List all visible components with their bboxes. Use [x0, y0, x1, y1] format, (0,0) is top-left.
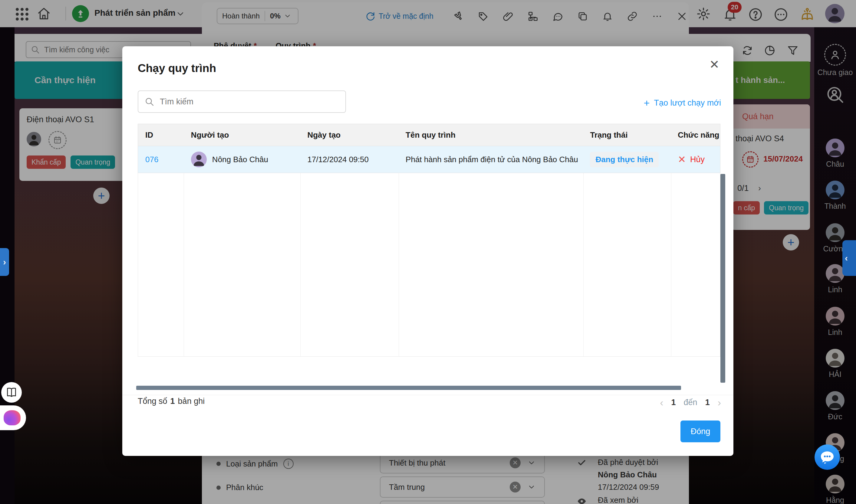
creator-avatar — [191, 151, 207, 167]
run-workflow-modal: ✕ Chạy quy trình +Tạo lượt chạy mới ID N… — [122, 46, 733, 456]
col-creator[interactable]: Người tạo — [184, 130, 300, 140]
expand-left-panel-tab[interactable]: › — [0, 248, 9, 276]
page-separator: đến — [684, 398, 697, 407]
modal-close-icon[interactable]: ✕ — [708, 58, 721, 71]
col-status[interactable]: Trạng thái — [583, 130, 670, 140]
ai-assistant-button[interactable] — [0, 406, 26, 430]
chat-widget-button[interactable] — [815, 445, 840, 470]
status-badge: Đang thực hiện — [590, 152, 659, 167]
table-vertical-scrollbar[interactable] — [720, 174, 725, 383]
created-at: 17/12/2024 09:50 — [300, 155, 398, 164]
next-page-icon[interactable]: › — [718, 397, 721, 409]
footer-divider — [122, 395, 733, 395]
cancel-x-icon: ✕ — [678, 154, 686, 165]
brain-icon — [4, 410, 21, 425]
col-id[interactable]: ID — [138, 130, 184, 140]
cancel-run-button[interactable]: ✕Hủy — [678, 154, 705, 165]
workflow-name: Phát hành sản phẩm điện tử của Nông Bảo … — [398, 155, 583, 164]
page-start: 1 — [671, 398, 676, 407]
guide-book-button[interactable] — [1, 382, 22, 403]
run-id-link[interactable]: 076 — [145, 155, 158, 164]
table-horizontal-scrollbar[interactable] — [136, 386, 681, 390]
page-end: 1 — [705, 398, 710, 407]
prev-page-icon[interactable]: ‹ — [660, 397, 663, 409]
table-header-row: ID Người tạo Ngày tạo Tên quy trình Trạn… — [138, 124, 720, 146]
workflow-search-input[interactable] — [159, 97, 339, 107]
total-records: Tổng số1bản ghi — [138, 397, 205, 406]
collapse-right-panel-tab[interactable]: ‹ — [842, 240, 856, 276]
col-actions[interactable]: Chức năng — [670, 130, 720, 140]
table-empty-area — [138, 173, 720, 357]
workflow-table: ID Người tạo Ngày tạo Tên quy trình Trạn… — [138, 124, 720, 357]
col-created-date[interactable]: Ngày tạo — [300, 130, 398, 140]
close-modal-button[interactable]: Đóng — [680, 420, 720, 442]
pagination: ‹ 1 đến 1 › — [649, 397, 721, 409]
modal-title: Chạy quy trình — [138, 62, 216, 75]
table-row[interactable]: 076 Nông Bảo Châu 17/12/2024 09:50 Phát … — [138, 146, 720, 173]
create-run-link[interactable]: +Tạo lượt chạy mới — [625, 96, 721, 109]
col-workflow-name[interactable]: Tên quy trình — [398, 130, 583, 140]
workflow-search-box[interactable] — [138, 90, 346, 113]
screen: Phát triển sản phẩm 20 Cần thực hiện Điệ… — [0, 0, 856, 504]
creator-name: Nông Bảo Châu — [212, 155, 268, 164]
